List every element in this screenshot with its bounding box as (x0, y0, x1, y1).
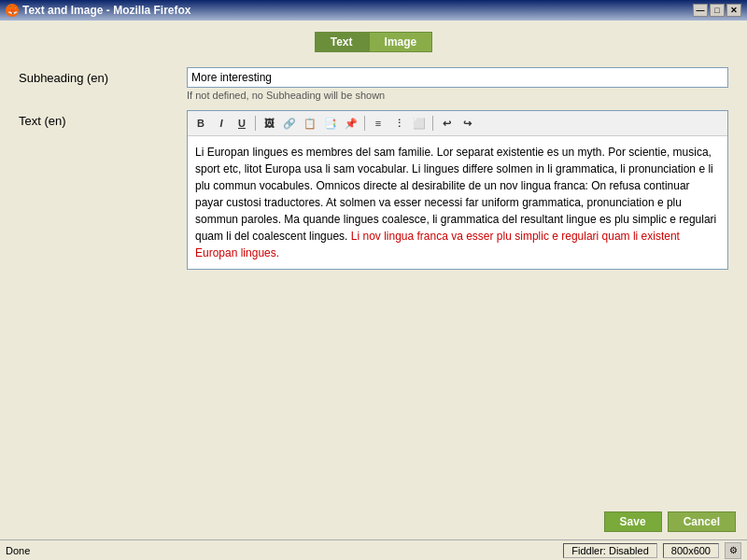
subheading-label: Subheading (en) (19, 67, 187, 85)
save-button[interactable]: Save (604, 511, 662, 532)
main-area: Text Image Subheading (en) If not define… (0, 21, 747, 539)
title-bar: 🦊 Text and Image - Mozilla Firefox — □ ✕ (0, 0, 747, 21)
text-row: Text (en) B I U 🖼 🔗 📋 📑 📌 ≡ ⋮ ⬜ (19, 110, 728, 480)
cancel-button[interactable]: Cancel (668, 511, 736, 532)
title-bar-left: 🦊 Text and Image - Mozilla Firefox (6, 4, 190, 17)
toolbar-separator-3 (432, 116, 433, 131)
undo-button[interactable]: ↩ (437, 114, 456, 133)
insert-image-button[interactable]: 🖼 (260, 114, 278, 133)
resolution-status: 747x560 (663, 543, 719, 558)
rte-paragraph: Li Europan lingues es membres del sam fa… (195, 146, 716, 243)
title-bar-buttons[interactable]: — □ ✕ (693, 4, 741, 17)
redo-button[interactable]: ↪ (458, 114, 476, 133)
rte-toolbar: B I U 🖼 🔗 📋 📑 📌 ≡ ⋮ ⬜ ↩ ↪ (188, 111, 727, 136)
tab-bar: Text Image (0, 21, 747, 52)
toolbar-separator-1 (255, 116, 256, 131)
rte-container: B I U 🖼 🔗 📋 📑 📌 ≡ ⋮ ⬜ ↩ ↪ (187, 110, 728, 270)
subheading-hint: If not defined, no Subheading will be sh… (187, 90, 728, 101)
paste-text-button[interactable]: 📌 (342, 114, 360, 133)
bottom-bar: Save Cancel (0, 504, 747, 539)
underline-button[interactable]: U (233, 114, 251, 133)
status-right: Fiddler: Disabled 747x560 ⚙ (563, 542, 741, 559)
close-button[interactable]: ✕ (726, 4, 741, 17)
ordered-list-button[interactable]: ≡ (369, 114, 388, 133)
status-settings-button[interactable]: ⚙ (725, 542, 741, 559)
maximize-button[interactable]: □ (710, 4, 725, 17)
copy-button[interactable]: 📋 (301, 114, 319, 133)
status-text: Done (6, 545, 30, 556)
insert-link-button[interactable]: 🔗 (280, 114, 299, 133)
minimize-button[interactable]: — (693, 4, 708, 17)
subheading-field: If not defined, no Subheading will be sh… (187, 67, 728, 101)
firefox-icon: 🦊 (6, 4, 19, 17)
window-title: Text and Image - Mozilla Firefox (22, 4, 190, 17)
bold-button[interactable]: B (191, 114, 210, 133)
status-bar: Done Fiddler: Disabled 747x560 ⚙ (0, 539, 747, 560)
table-button[interactable]: ⬜ (410, 114, 429, 133)
paste-button[interactable]: 📑 (321, 114, 340, 133)
subheading-row: Subheading (en) If not defined, no Subhe… (19, 67, 728, 101)
tab-image[interactable]: Image (369, 32, 433, 52)
subheading-input[interactable] (187, 67, 728, 88)
tab-text[interactable]: Text (315, 32, 369, 52)
text-label: Text (en) (19, 110, 187, 128)
unordered-list-button[interactable]: ⋮ (389, 114, 408, 133)
italic-button[interactable]: I (212, 114, 231, 133)
form-area: Subheading (en) If not defined, no Subhe… (0, 52, 747, 504)
fiddler-status: Fiddler: Disabled (563, 543, 657, 558)
toolbar-separator-2 (364, 116, 365, 131)
rte-content[interactable]: Li Europan lingues es membres del sam fa… (188, 136, 727, 269)
